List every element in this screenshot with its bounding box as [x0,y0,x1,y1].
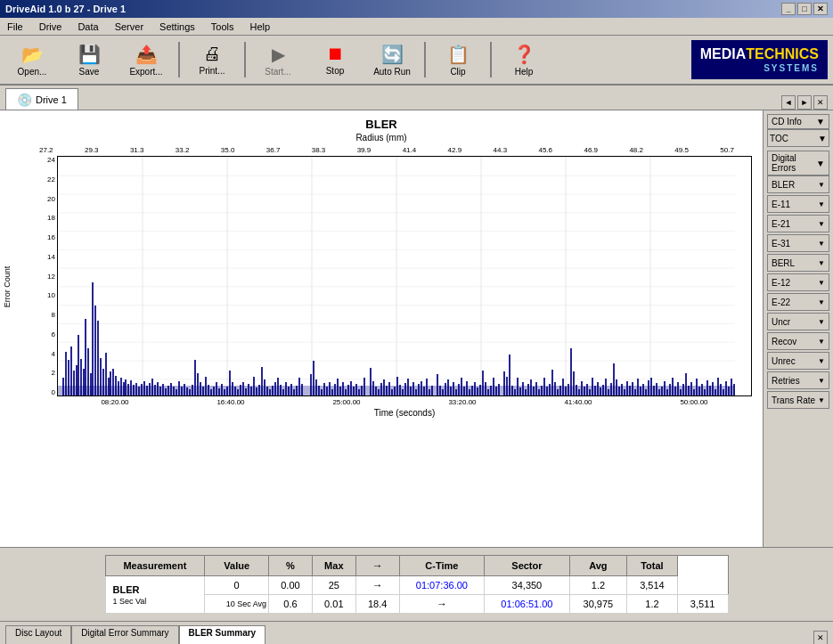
toc-dropdown[interactable]: TOC ▼ [767,129,829,147]
col-ctime: C-Time [399,556,485,576]
digital-errors-header: Digital Errors ▼ [767,151,829,175]
open-button[interactable]: 📂 Open... [5,38,59,81]
tab-bar: 💿 Drive 1 ◄ ► ✕ [0,86,833,110]
close-button[interactable]: ✕ [813,3,828,15]
error-item-recov[interactable]: Recov▼ [767,332,829,350]
menu-server[interactable]: Server [111,21,147,32]
error-item-berl[interactable]: BERL▼ [767,254,829,272]
error-item-retries[interactable]: Retries▼ [767,371,829,389]
minimize-button[interactable]: _ [781,3,796,15]
stop-icon: ⏹ [326,44,344,64]
error-item-unrec[interactable]: Unrec▼ [767,352,829,370]
max-1sec: 25 [312,576,355,595]
print-icon: 🖨 [203,44,221,64]
clip-icon: 📋 [447,44,470,65]
tab-bler-summary[interactable]: BLER Summary [179,625,266,644]
ctime-1sec: 01:07:36.00 [399,576,485,595]
save-button[interactable]: 💾 Save [62,38,116,81]
toolbar-separator-2 [244,42,246,77]
menu-tools[interactable]: Tools [208,21,238,32]
tab-scroll-right[interactable]: ► [797,95,812,110]
menu-settings[interactable]: Settings [156,21,199,32]
bottom-tab-close[interactable]: ✕ [813,631,828,644]
start-icon: ▶ [272,44,285,65]
toolbar: 📂 Open... 💾 Save 📤 Export... 🖨 Print... … [0,36,833,86]
tab-digital-error-summary[interactable]: Digital Error Summary [71,625,178,644]
menu-drive[interactable]: Drive [36,21,66,32]
data-table: Measurement Value % Max → C-Time Sector … [105,555,729,614]
brand-nics: NICS [785,45,819,62]
toolbar-separator-4 [490,42,492,77]
error-item-e22[interactable]: E-22▼ [767,293,829,311]
cd-info-section: CD Info ▼ TOC ▼ [767,114,829,147]
y-axis: 2422201816 14121086 420 [39,156,57,396]
time-labels: 08:20.00 16:40.00 25:00.00 33:20.00 41:4… [57,398,752,406]
tab-arrows: ◄ ► ✕ [781,95,828,110]
error-item-bler[interactable]: BLER▼ [767,175,829,193]
export-button[interactable]: 📤 Export... [119,38,173,81]
brand-logo: MEDIA TECH NICS SYSTEMS [691,40,828,78]
svg-rect-21 [92,282,94,395]
max-10sec: 18.4 [355,595,399,614]
tab-disc-layout[interactable]: Disc Layout [5,625,71,644]
svg-rect-22 [94,306,96,395]
col-max: Max [312,556,355,576]
col-sector: Sector [485,556,570,576]
menu-help[interactable]: Help [247,21,274,32]
help-icon: ❓ [513,44,535,65]
drive-tab-1[interactable]: 💿 Drive 1 [5,88,78,110]
col-avg: Avg [569,556,626,576]
tab-close[interactable]: ✕ [813,95,828,110]
tab-scroll-left[interactable]: ◄ [781,95,796,110]
print-button[interactable]: 🖨 Print... [185,38,239,81]
x-axis-label: Time (seconds) [57,408,752,418]
brand-systems: SYSTEMS [764,63,819,74]
arrow-1: → [355,576,399,595]
bottom-tabs: Disc Layout Digital Error Summary BLER S… [0,621,833,644]
table-row-bler-1sec: BLER 1 Sec Val 0 0.00 25 → 01:07:36.00 3… [105,576,728,595]
stop-button[interactable]: ⏹ Stop [308,38,362,81]
ctime-10sec: 01:06:51.00 [485,595,570,614]
save-icon: 💾 [78,44,101,65]
toc-dropdown-arrow: ▼ [818,134,827,143]
sub2-label: 10 Sec Avg [205,595,269,614]
sector-10sec: 30,975 [569,595,626,614]
autorun-button[interactable]: 🔄 Auto Run [365,38,419,81]
avg-10sec: 1.2 [627,595,678,614]
total-1sec: 3,514 [627,576,678,595]
measurement-bler: BLER 1 Sec Val [105,576,205,614]
sector-1sec: 34,350 [485,576,570,595]
col-pct: % [269,556,313,576]
pct-1sec: 0.00 [269,576,313,595]
error-item-e12[interactable]: E-12▼ [767,273,829,291]
col-arrow: → [355,556,399,576]
error-item-e31[interactable]: E-31▼ [767,234,829,252]
arrow-2: → [399,595,485,614]
col-value: Value [205,556,269,576]
error-item-trans-rate[interactable]: Trans Rate▼ [767,391,829,409]
svg-rect-23 [97,321,99,395]
total-10sec: 3,511 [677,595,728,614]
maximize-button[interactable]: □ [797,3,812,15]
col-total: Total [627,556,678,576]
radius-labels: 27.229.331.333.235.0 36.738.339.941.442.… [39,146,734,156]
menu-file[interactable]: File [4,21,27,32]
brand-tech: TECH [746,45,785,62]
clip-button[interactable]: 📋 Clip [431,38,485,81]
svg-rect-18 [85,319,86,395]
error-item-uncr[interactable]: Uncr▼ [767,313,829,330]
value-1sec: 0 [205,576,269,595]
error-item-e11[interactable]: E-11▼ [767,195,829,213]
start-button[interactable]: ▶ Start... [251,38,305,81]
digital-errors-section: Digital Errors ▼ BLER▼ E-11▼ E-21▼ E-31▼… [767,151,829,409]
toolbar-separator-3 [424,42,426,77]
cd-info-header: CD Info ▼ [767,114,829,129]
toolbar-separator [178,42,180,77]
error-item-e21[interactable]: E-21▼ [767,215,829,232]
export-icon: 📤 [135,44,158,65]
menu-data[interactable]: Data [74,21,102,32]
chart-area: BLER Radius (mm) 27.229.331.333.235.0 36… [0,110,763,547]
value-10sec: 0.6 [269,595,313,614]
col-measurement: Measurement [105,556,205,576]
help-button[interactable]: ❓ Help [497,38,551,81]
